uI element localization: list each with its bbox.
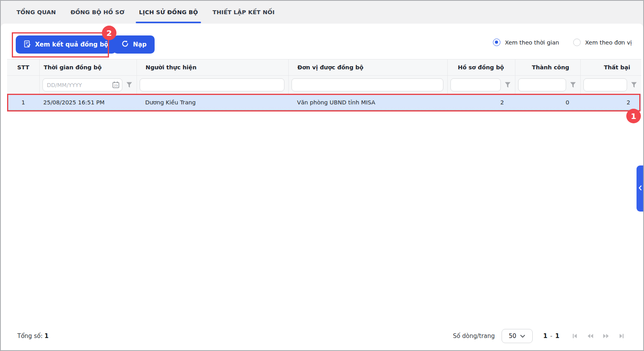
cell-sync-time: 25/08/2025 16:51 PM	[39, 95, 137, 110]
total-count-value: 1	[44, 332, 48, 340]
filter-sync-time-cell: 23	[39, 76, 137, 94]
reload-button[interactable]: Nạp	[113, 35, 155, 54]
success-filter-input[interactable]	[518, 78, 566, 91]
funnel-icon[interactable]	[570, 82, 576, 88]
radio-selected-icon	[493, 39, 500, 46]
first-page-icon[interactable]	[571, 332, 578, 340]
reload-label: Nạp	[133, 41, 147, 48]
cell-synced-records: 2	[447, 95, 515, 110]
radio-view-by-time[interactable]: Xem theo thời gian	[493, 39, 559, 46]
view-mode-radio-group: Xem theo thời gian Xem theo đơn vị	[493, 39, 632, 46]
clipboard-check-icon	[24, 40, 31, 49]
failed-filter-input[interactable]	[583, 78, 627, 91]
header-performer[interactable]: Người thực hiện	[137, 59, 288, 75]
cell-success: 0	[515, 95, 580, 110]
page-range-to: 1	[555, 332, 559, 340]
synced-records-filter-input[interactable]	[450, 78, 501, 91]
rows-per-page-label: Số dòng/trang	[453, 332, 495, 340]
total-count-label: Tổng số:	[17, 332, 42, 340]
last-page-icon[interactable]	[618, 332, 625, 340]
next-page-icon[interactable]	[602, 332, 610, 340]
rows-per-page-select[interactable]: 50	[502, 329, 533, 343]
calendar-icon[interactable]: 23	[112, 81, 120, 89]
sync-time-filter-input[interactable]	[42, 78, 122, 91]
radio-view-by-time-label: Xem theo thời gian	[505, 39, 559, 46]
synced-unit-filter-input[interactable]	[292, 78, 443, 91]
app-window: TỔNG QUAN ĐỒNG BỘ HỒ SƠ LỊCH SỬ ĐỒNG BỘ …	[0, 0, 644, 351]
header-failed[interactable]: Thất bại	[580, 59, 641, 75]
page-range-separator: -	[550, 332, 553, 340]
chevron-left-icon	[638, 185, 642, 192]
performer-filter-input[interactable]	[140, 78, 284, 91]
sync-history-table: STT Thời gian đồng bộ Người thực hiện Đơ…	[7, 59, 641, 110]
funnel-icon[interactable]	[126, 82, 133, 88]
header-sync-time[interactable]: Thời gian đồng bộ	[39, 59, 137, 75]
cell-failed: 2	[580, 95, 641, 110]
table-row[interactable]: 1 25/08/2025 16:51 PM Dương Kiều Trang V…	[7, 95, 641, 110]
tab-lich-su-dong-bo[interactable]: LỊCH SỬ ĐỒNG BỘ	[138, 1, 199, 24]
filter-synced-records-cell	[447, 76, 515, 94]
filter-performer-cell	[137, 76, 288, 94]
chevron-down-icon	[520, 332, 525, 340]
filter-failed-cell	[580, 76, 641, 94]
filter-success-cell	[515, 76, 580, 94]
funnel-icon[interactable]	[631, 82, 637, 88]
filter-synced-unit-cell	[288, 76, 447, 94]
view-sync-results-button[interactable]: Xem kết quả đồng bộ	[16, 35, 116, 54]
radio-view-by-unit[interactable]: Xem theo đơn vị	[573, 39, 632, 46]
header-stt[interactable]: STT	[7, 59, 39, 75]
pagination-controls: Số dòng/trang 50 1 - 1	[453, 329, 625, 343]
header-synced-unit[interactable]: Đơn vị được đồng bộ	[288, 59, 447, 75]
funnel-icon[interactable]	[504, 82, 511, 88]
table-filter-row: 23	[7, 76, 641, 95]
page-range-from: 1	[543, 332, 548, 340]
table-header-row: STT Thời gian đồng bộ Người thực hiện Đơ…	[7, 59, 641, 76]
svg-text:23: 23	[114, 84, 118, 87]
total-count: Tổng số: 1	[17, 332, 48, 340]
tab-thiet-lap-ket-noi[interactable]: THIẾT LẬP KẾT NỐI	[212, 1, 275, 24]
tab-bar: TỔNG QUAN ĐỒNG BỘ HỒ SƠ LỊCH SỬ ĐỒNG BỘ …	[1, 1, 643, 24]
cell-performer: Dương Kiều Trang	[137, 95, 288, 110]
cell-stt: 1	[7, 95, 39, 110]
header-success[interactable]: Thành công	[515, 59, 580, 75]
prev-page-icon[interactable]	[587, 332, 594, 340]
header-synced-records[interactable]: Hồ sơ đồng bộ	[447, 59, 515, 75]
tab-dong-bo-ho-so[interactable]: ĐỒNG BỘ HỒ SƠ	[70, 1, 125, 24]
refresh-icon	[121, 40, 129, 49]
pager-buttons	[571, 332, 625, 340]
footer-bar: Tổng số: 1 Số dòng/trang 50 1 - 1	[1, 327, 643, 345]
radio-view-by-unit-label: Xem theo đơn vị	[585, 39, 632, 46]
collapse-panel-button[interactable]	[637, 165, 643, 212]
view-sync-results-label: Xem kết quả đồng bộ	[35, 41, 108, 48]
radio-unselected-icon	[573, 39, 581, 46]
page-range: 1 - 1	[543, 332, 559, 340]
filter-stt-cell	[7, 76, 39, 94]
tab-tong-quan[interactable]: TỔNG QUAN	[16, 1, 57, 24]
cell-synced-unit: Văn phòng UBND tỉnh MISA	[288, 95, 447, 110]
rows-per-page-value: 50	[509, 332, 516, 340]
